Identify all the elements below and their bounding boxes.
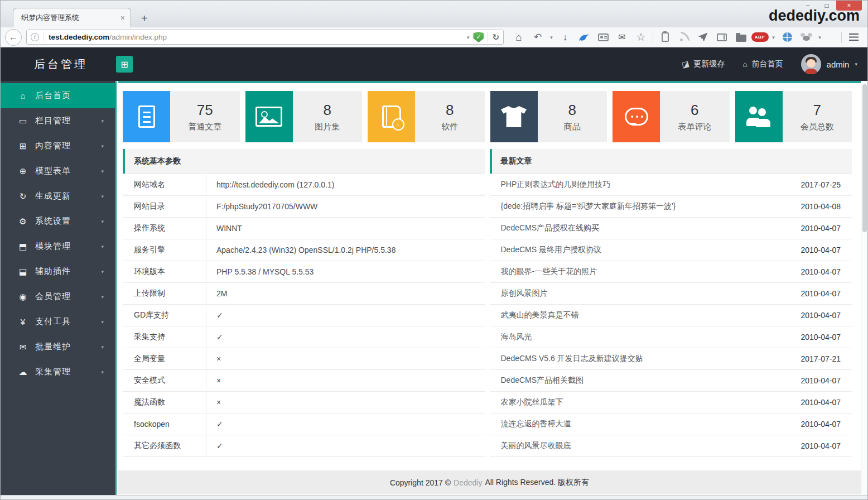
article-title[interactable]: DedeCMS V5.6 开发日志及新建议提交贴 xyxy=(501,354,643,364)
clipboard-icon[interactable] xyxy=(655,29,674,46)
article-title[interactable]: DedeCMS产品授权在线购买 xyxy=(501,223,600,233)
sidebar-item-label: 支付工具 xyxy=(35,316,101,327)
update-cache-button[interactable]: ◪ 更新缓存 xyxy=(682,59,725,69)
id-card-icon[interactable] xyxy=(594,29,613,46)
globe-icon[interactable] xyxy=(778,29,797,46)
sidebar-item[interactable]: ▭ 栏目管理 ▾ xyxy=(1,108,115,133)
apps-grid-button[interactable]: ⊞ xyxy=(116,56,133,73)
shield-icon[interactable]: ✓ xyxy=(473,32,484,42)
folder-icon[interactable] xyxy=(731,29,750,46)
sidebar-item-label: 栏目管理 xyxy=(35,116,101,126)
url-bar[interactable]: i test.dedediy.com/admin/index.php ▾ ✓ ↻ xyxy=(26,30,504,45)
article-row[interactable]: PHP正则表达式的几则使用技巧 2017-07-25 xyxy=(490,174,852,196)
article-row[interactable]: 流连忘返的香樟大道 2010-04-07 xyxy=(490,414,852,435)
sidebar-item[interactable]: ☁ 采集管理 ▾ xyxy=(1,359,115,384)
article-title[interactable]: DedeCMS 最终用户授权协议 xyxy=(501,245,601,255)
send-icon[interactable] xyxy=(693,29,712,46)
article-title[interactable]: 武夷山的美景真是不错 xyxy=(501,310,579,320)
user-menu[interactable]: admin ▾ xyxy=(801,54,857,74)
param-label: GD库支持 xyxy=(123,305,206,326)
article-row[interactable]: DedeCMS V5.6 开发日志及新建议提交贴 2017-07-21 xyxy=(490,348,852,370)
sidebar-item[interactable]: ⚙ 系统设置 ▾ xyxy=(1,209,115,234)
article-row[interactable]: {dede:招聘启事 标题='织梦大家庭新年招募第一波'} 2010-04-08 xyxy=(490,196,852,218)
rss-icon[interactable] xyxy=(674,29,693,46)
sidebar-item[interactable]: ⊕ 模型表单 ▾ xyxy=(1,158,115,184)
adblock-dropdown-icon[interactable]: ▾ xyxy=(769,29,778,46)
sidebar-item-label: 批量维护 xyxy=(35,342,101,352)
article-title[interactable]: 美丽的风景尽收眼底 xyxy=(501,441,571,451)
panels: 系统基本参数 网站域名 http://test.dedediy.com (127… xyxy=(123,149,852,457)
stat-card[interactable]: 75 普通文章 xyxy=(123,91,240,142)
article-title[interactable]: 农家小院丝瓜架下 xyxy=(501,397,563,407)
article-title[interactable]: DedeCMS产品相关截图 xyxy=(501,376,584,386)
article-title[interactable]: 我的眼界-一些关于花的照片 xyxy=(501,267,597,277)
fly-icon[interactable] xyxy=(797,29,816,46)
stat-card[interactable]: 6 表单评论 xyxy=(613,91,730,142)
sidebar-item[interactable]: ↻ 生成更新 ▾ xyxy=(1,184,115,209)
sidebar-item[interactable]: ⬒ 模块管理 ▾ xyxy=(1,234,115,259)
brand-link[interactable]: Dedediy xyxy=(454,478,482,487)
article-row[interactable]: DedeCMS产品授权在线购买 2010-04-07 xyxy=(490,218,852,239)
menu-hamburger-icon[interactable] xyxy=(844,29,863,46)
article-row[interactable]: DedeCMS 最终用户授权协议 2010-04-07 xyxy=(490,239,852,261)
plugin-folder-icon: ⬓ xyxy=(17,267,28,277)
chevron-down-icon: ▾ xyxy=(101,194,104,199)
article-date: 2010-04-08 xyxy=(801,202,841,211)
article-row[interactable]: 农家小院丝瓜架下 2010-04-07 xyxy=(490,392,852,414)
article-row[interactable]: 武夷山的美景真是不错 2010-04-07 xyxy=(490,305,852,326)
article-title[interactable]: {dede:招聘启事 标题='织梦大家庭新年招募第一波'} xyxy=(501,201,676,211)
minimize-button[interactable]: – xyxy=(798,1,817,11)
back-button[interactable]: ← xyxy=(5,29,22,46)
article-title[interactable]: 流连忘返的香樟大道 xyxy=(501,419,571,429)
article-row[interactable]: 原创风景图片 2010-04-07 xyxy=(490,283,852,305)
article-row[interactable]: 我的眼界-一些关于花的照片 2010-04-07 xyxy=(490,261,852,283)
stat-label: 表单评论 xyxy=(678,122,711,132)
bookmark-star-icon[interactable]: ☆ xyxy=(631,29,650,46)
article-row[interactable]: 海岛风光 2010-04-07 xyxy=(490,326,852,348)
tab-close-icon[interactable]: × xyxy=(120,14,125,22)
reload-icon[interactable]: ↻ xyxy=(492,32,499,42)
new-tab-button[interactable]: + xyxy=(141,13,148,24)
stat-label: 图片集 xyxy=(315,122,340,132)
sidebar-toggle-icon[interactable] xyxy=(712,29,731,46)
undo-dropdown-icon[interactable]: ▾ xyxy=(547,29,556,46)
page-scrollbar[interactable] xyxy=(861,83,867,495)
admin-header: 后台管理 ⊞ ◪ 更新缓存 ⌂ 前台首页 admin ▾ xyxy=(1,47,867,81)
param-label: 其它必须函数 xyxy=(123,435,206,456)
sidebar-item[interactable]: ¥ 支付工具 ▾ xyxy=(1,309,115,334)
stat-card[interactable]: 8 图片集 xyxy=(245,91,363,142)
adblock-icon[interactable]: ABP xyxy=(750,29,769,46)
home-icon[interactable]: ⌂ xyxy=(509,29,528,46)
bird-icon[interactable] xyxy=(575,29,594,46)
undo-icon[interactable]: ↶ xyxy=(528,29,547,46)
article-icon xyxy=(123,91,170,142)
close-button[interactable]: × xyxy=(836,1,862,11)
article-date: 2017-07-25 xyxy=(801,180,841,189)
extensions-dropdown-icon[interactable]: ▾ xyxy=(816,29,824,46)
article-title[interactable]: 原创风景图片 xyxy=(501,289,548,299)
article-row[interactable]: DedeCMS产品相关截图 2010-04-07 xyxy=(490,370,852,392)
mail-icon[interactable]: ✉ xyxy=(613,29,631,46)
download-icon[interactable]: ↓ xyxy=(556,29,575,46)
chevron-down-icon: ▾ xyxy=(101,118,104,124)
stat-card[interactable]: 8 软件 xyxy=(368,91,485,142)
sidebar-item[interactable]: ◉ 会员管理 ▾ xyxy=(1,284,115,309)
table-row: 环境版本 PHP 5.5.38 / MYSQL 5.5.53 xyxy=(123,261,485,283)
front-home-button[interactable]: ⌂ 前台首页 xyxy=(742,59,783,69)
article-title[interactable]: 海岛风光 xyxy=(501,332,532,342)
url-text[interactable]: test.dedediy.com/admin/index.php xyxy=(43,33,463,41)
sidebar-item[interactable]: ⬓ 辅助插件 ▾ xyxy=(1,259,115,284)
stat-card[interactable]: 7 会员总数 xyxy=(735,91,852,142)
sidebar-item[interactable]: ⊞ 内容管理 ▾ xyxy=(1,133,115,158)
article-row[interactable]: 美丽的风景尽收眼底 2010-04-07 xyxy=(490,435,852,457)
stat-card[interactable]: 8 商品 xyxy=(490,91,607,142)
system-params-table: 网站域名 http://test.dedediy.com (127.0.0.1)… xyxy=(123,174,485,457)
scrollbar-thumb[interactable] xyxy=(862,84,867,232)
sidebar-item[interactable]: ✉ 批量维护 ▾ xyxy=(1,334,115,359)
maximize-button[interactable]: □ xyxy=(817,1,836,11)
article-title[interactable]: PHP正则表达式的几则使用技巧 xyxy=(501,180,611,190)
info-icon[interactable]: i xyxy=(31,33,39,41)
browser-tab[interactable]: 织梦内容管理系统 × xyxy=(13,8,131,27)
url-dropdown-icon[interactable]: ▾ xyxy=(467,35,470,40)
sidebar-item[interactable]: ⌂ 后台首页 xyxy=(1,83,115,108)
